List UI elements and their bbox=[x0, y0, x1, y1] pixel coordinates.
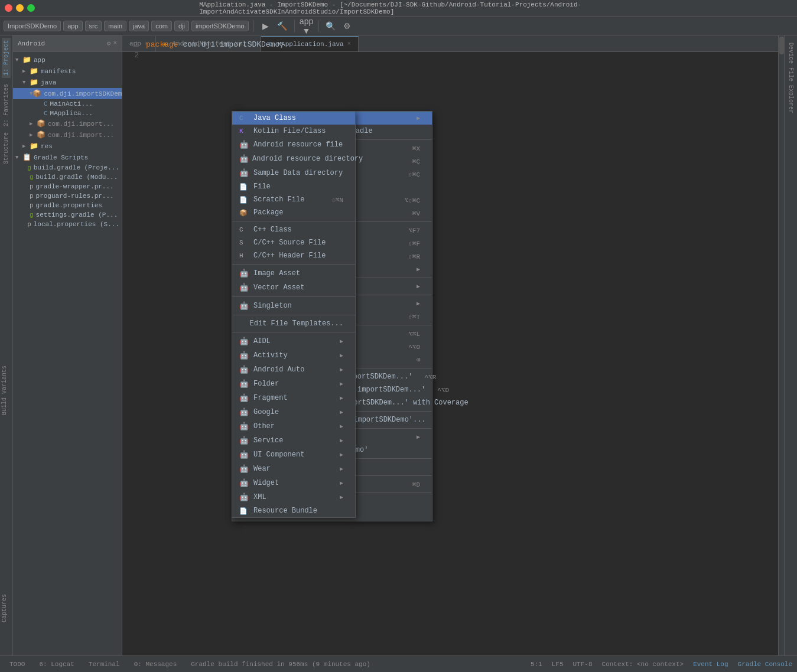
tree-item-local-props[interactable]: ▶ p local.properties (S... bbox=[13, 220, 122, 229]
android-resource-file-icon: 🤖 bbox=[239, 140, 250, 149]
submenu-widget[interactable]: 🤖 Widget ▶ bbox=[232, 476, 355, 490]
tree-item-mapplication[interactable]: ▶ C MApplica... bbox=[13, 109, 122, 118]
submenu-cpp-class[interactable]: C C++ Class bbox=[232, 223, 355, 236]
submenu-android-auto[interactable]: 🤖 Android Auto ▶ bbox=[232, 363, 355, 377]
submenu-sep-1 bbox=[232, 221, 355, 221]
left-vertical-tabs: 1: Project 2: Favorites Structure Build … bbox=[0, 35, 13, 655]
editor-container: app × ◈ AndroidManifest.xml × C MApplica… bbox=[122, 35, 784, 655]
gradle-console-link[interactable]: Gradle Console bbox=[738, 661, 792, 668]
settings-button[interactable]: ⚙ bbox=[340, 19, 354, 33]
traffic-lights bbox=[5, 4, 35, 12]
app-select[interactable]: app ▼ bbox=[300, 19, 314, 33]
submenu-sep-3 bbox=[232, 296, 355, 297]
title-bar: MApplication.java - ImportSDKDemo - [~/D… bbox=[0, 0, 797, 17]
device-file-explorer-tab[interactable]: Device File Explorer bbox=[786, 40, 795, 116]
widget-icon: 🤖 bbox=[239, 478, 250, 488]
tree-item-package-main[interactable]: ▼ 📦 com.dji.importSDKDemo bbox=[13, 88, 122, 99]
code-editor[interactable]: 1 package com.dji.importSDKDemo; 2 bbox=[122, 35, 784, 655]
submenu-fragment[interactable]: 🤖 Fragment ▶ bbox=[232, 391, 355, 405]
maximize-button[interactable] bbox=[27, 4, 35, 12]
submenu-cpp-header[interactable]: H C/C++ Header File bbox=[232, 249, 355, 262]
favorites-tab[interactable]: 2: Favorites bbox=[2, 81, 11, 129]
submenu-package[interactable]: 📦 Package bbox=[232, 206, 355, 219]
importsdkdemo-button[interactable]: ImportSDKDemo bbox=[4, 21, 61, 31]
src-button[interactable]: src bbox=[85, 21, 102, 31]
submenu-file[interactable]: 📄 File bbox=[232, 180, 355, 193]
submenu-aidl[interactable]: 🤖 AIDL ▶ bbox=[232, 334, 355, 348]
cpp-source-icon: S bbox=[239, 239, 250, 246]
tree-item-build-gradle-proj[interactable]: ▶ g build.gradle (Proje... bbox=[13, 163, 122, 172]
submenu-java-class[interactable]: C Java Class bbox=[232, 112, 355, 125]
panel-close-icon[interactable]: × bbox=[113, 40, 117, 47]
submenu-wear[interactable]: 🤖 Wear ▶ bbox=[232, 462, 355, 476]
com-button[interactable]: com bbox=[151, 21, 172, 31]
service-icon: 🤖 bbox=[239, 436, 250, 445]
submenu-other[interactable]: 🤖 Other ▶ bbox=[232, 419, 355, 433]
tree-item-proguard[interactable]: ▶ p proguard-rules.pr... bbox=[13, 191, 122, 201]
messages-tab[interactable]: 0: Messages bbox=[129, 660, 182, 669]
submenu-edit-templates[interactable]: Edit File Templates... bbox=[232, 317, 355, 330]
submenu-kotlin[interactable]: K Kotlin File/Class bbox=[232, 125, 355, 138]
tree-item-manifests[interactable]: ▶ 📁 manifests bbox=[13, 66, 122, 77]
structure-tab[interactable]: Structure bbox=[2, 130, 11, 167]
project-tab[interactable]: 1: Project bbox=[2, 38, 11, 78]
submenu-resource-bundle[interactable]: 📄 Resource Bundle bbox=[232, 504, 355, 517]
tree-item-settings-gradle[interactable]: ▶ g settings.gradle (P... bbox=[13, 210, 122, 220]
build-button[interactable]: 🔨 bbox=[275, 19, 289, 33]
captures-tab[interactable]: Captures bbox=[0, 592, 9, 625]
code-line-2: 2 bbox=[122, 51, 784, 61]
submenu-service[interactable]: 🤖 Service ▶ bbox=[232, 433, 355, 448]
submenu-sep-4 bbox=[232, 315, 355, 315]
submenu-ui-component[interactable]: 🤖 UI Component ▶ bbox=[232, 448, 355, 462]
submenu-google[interactable]: 🤖 Google ▶ bbox=[232, 405, 355, 419]
submenu-folder[interactable]: 🤖 Folder ▶ bbox=[232, 377, 355, 391]
tree-item-res[interactable]: ▶ 📁 res bbox=[13, 141, 122, 152]
tree-item-build-gradle-mod[interactable]: ▶ g build.gradle (Modu... bbox=[13, 172, 122, 182]
separator-3 bbox=[318, 20, 319, 32]
submenu-vector-asset[interactable]: 🤖 Vector Asset bbox=[232, 280, 355, 295]
submenu-sample-data[interactable]: 🤖 Sample Data directory bbox=[232, 166, 355, 180]
submenu-cpp-source[interactable]: S C/C++ Source File bbox=[232, 236, 355, 249]
submenu-sep-2 bbox=[232, 264, 355, 265]
xml-icon: 🤖 bbox=[239, 492, 250, 502]
build-variants-tab[interactable]: Build Variants bbox=[0, 363, 9, 417]
close-button[interactable] bbox=[5, 4, 12, 12]
dji-button[interactable]: dji bbox=[174, 21, 189, 31]
submenu-scratch-file[interactable]: 📄 Scratch File ⇧⌘N bbox=[232, 193, 355, 206]
tree-item-java[interactable]: ▼ 📁 java bbox=[13, 77, 122, 88]
panel-settings-icon[interactable]: ⚙ bbox=[107, 40, 111, 47]
submenu-image-asset[interactable]: 🤖 Image Asset bbox=[232, 266, 355, 280]
widget-arrow-icon: ▶ bbox=[340, 479, 343, 487]
panel-header: Android ⚙ × bbox=[13, 35, 122, 52]
submenu-activity[interactable]: 🤖 Activity ▶ bbox=[232, 348, 355, 363]
scrollbar-thumb[interactable] bbox=[779, 37, 784, 54]
submenu-xml[interactable]: 🤖 XML ▶ bbox=[232, 490, 355, 504]
importsdkdemo-pkg-button[interactable]: importSDKDemo bbox=[191, 21, 249, 31]
java-button[interactable]: java bbox=[129, 21, 149, 31]
main-button[interactable]: main bbox=[104, 21, 126, 31]
tree-item-app[interactable]: ▼ 📁 app bbox=[13, 54, 122, 66]
new-submenu: C Java Class K Kotlin File/Class 🤖 Andro… bbox=[232, 111, 356, 518]
tree-item-gradle-props[interactable]: ▶ p gradle.properties bbox=[13, 201, 122, 210]
app-button[interactable]: app bbox=[63, 21, 82, 31]
submenu-android-resource-file[interactable]: 🤖 Android resource file bbox=[232, 138, 355, 152]
terminal-tab[interactable]: Terminal bbox=[84, 660, 125, 669]
java-class-icon: C bbox=[239, 115, 250, 122]
tree-item-package-3[interactable]: ▶ 📦 com.dji.import... bbox=[13, 129, 122, 141]
todo-tab[interactable]: TODO bbox=[5, 660, 30, 669]
lf-indicator: LF5 bbox=[552, 661, 564, 668]
tree-item-package-2[interactable]: ▶ 📦 com.dji.import... bbox=[13, 118, 122, 129]
search-button[interactable]: 🔍 bbox=[324, 19, 338, 33]
tree-item-gradle-wrapper[interactable]: ▶ p gradle-wrapper.pr... bbox=[13, 182, 122, 191]
separator-2 bbox=[294, 20, 295, 32]
minimize-button[interactable] bbox=[16, 4, 24, 12]
tree-item-mainactivity[interactable]: ▶ C MainActi... bbox=[13, 99, 122, 109]
logcat-tab[interactable]: 6: Logcat bbox=[34, 660, 79, 669]
event-log-link[interactable]: Event Log bbox=[693, 661, 728, 668]
tree-item-gradle-scripts[interactable]: ▼ 📋 Gradle Scripts bbox=[13, 152, 122, 163]
submenu-android-resource-dir[interactable]: 🤖 Android resource directory bbox=[232, 152, 355, 166]
submenu-singleton[interactable]: 🤖 Singleton bbox=[232, 299, 355, 313]
other-icon: 🤖 bbox=[239, 422, 250, 431]
run-button[interactable]: ▶ bbox=[259, 19, 273, 33]
cpp-header-icon: H bbox=[239, 252, 250, 259]
